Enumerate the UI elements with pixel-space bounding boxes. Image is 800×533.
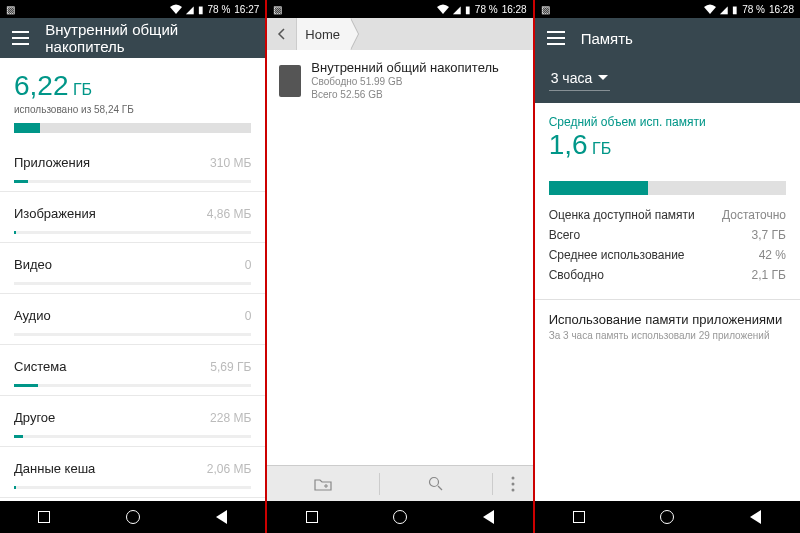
- breadcrumb-bar: Home: [267, 18, 532, 50]
- category-value: 4,86 МБ: [207, 207, 252, 221]
- status-bar: ▧ ◢ ▮ 78 % 16:28: [535, 0, 800, 18]
- menu-icon[interactable]: [547, 31, 565, 45]
- file-toolbar: [267, 465, 532, 501]
- nav-home-button[interactable]: [647, 501, 687, 533]
- notification-icon: ▧: [6, 4, 15, 15]
- wifi-icon: [704, 4, 716, 14]
- page-title: Память: [581, 30, 633, 47]
- battery-text: 78 %: [742, 4, 765, 15]
- file-panel: ▧ ◢ ▮ 78 % 16:28 Home Внутренний общий н…: [267, 0, 532, 533]
- nav-recent-button[interactable]: [292, 501, 332, 533]
- storage-item-title: Внутренний общий накопитель: [311, 60, 520, 75]
- signal-icon: ◢: [720, 4, 728, 15]
- page-title: Внутренний общий накопитель: [45, 21, 253, 55]
- stat-row: Свободно2,1 ГБ: [549, 265, 786, 285]
- memory-progress-fill: [549, 181, 649, 195]
- category-value: 2,06 МБ: [207, 462, 252, 476]
- status-bar: ▧ ◢ ▮ 78 % 16:27: [0, 0, 265, 18]
- category-value: 0: [245, 309, 252, 323]
- memory-progress: [549, 181, 786, 195]
- chevron-down-icon: [598, 75, 608, 81]
- nav-recent-button[interactable]: [559, 501, 599, 533]
- clock-text: 16:28: [769, 4, 794, 15]
- stat-row: Среднее использование42 %: [549, 245, 786, 265]
- time-range-row: 3 часа: [535, 58, 800, 103]
- storage-item-total: Всего 52.56 GB: [311, 88, 520, 101]
- category-row[interactable]: Приложения310 МБ: [0, 141, 265, 192]
- stat-label: Свободно: [549, 268, 604, 282]
- svg-point-0: [429, 477, 438, 486]
- stat-value: Достаточно: [722, 208, 786, 222]
- category-value: 310 МБ: [210, 156, 251, 170]
- search-button[interactable]: [380, 476, 492, 492]
- svg-point-3: [511, 482, 514, 485]
- new-folder-button[interactable]: [267, 477, 379, 491]
- category-row[interactable]: Изображения4,86 МБ: [0, 192, 265, 243]
- used-unit: ГБ: [73, 81, 92, 98]
- stat-value: 42 %: [759, 248, 786, 262]
- category-row[interactable]: Видео0: [0, 243, 265, 294]
- category-label: Приложения: [14, 155, 90, 170]
- category-bar: [14, 180, 251, 183]
- storage-item[interactable]: Внутренний общий накопитель Свободно 51.…: [267, 50, 532, 111]
- battery-icon: ▮: [732, 4, 738, 15]
- category-bar: [14, 435, 251, 438]
- category-row[interactable]: Аудио0: [0, 294, 265, 345]
- stat-label: Среднее использование: [549, 248, 685, 262]
- nav-bar: [535, 501, 800, 533]
- category-label: Видео: [14, 257, 52, 272]
- breadcrumb-back-button[interactable]: [267, 18, 297, 50]
- category-row[interactable]: Данные кеша2,06 МБ: [0, 447, 265, 498]
- stat-label: Всего: [549, 228, 580, 242]
- stat-value: 2,1 ГБ: [752, 268, 786, 282]
- memory-stats: Оценка доступной памятиДостаточноВсего3,…: [535, 195, 800, 300]
- stat-label: Оценка доступной памяти: [549, 208, 695, 222]
- nav-bar: [267, 501, 532, 533]
- phone-storage-icon: [279, 65, 301, 97]
- storage-item-free: Свободно 51.99 GB: [311, 75, 520, 88]
- category-label: Данные кеша: [14, 461, 95, 476]
- breadcrumb-home[interactable]: Home: [297, 18, 350, 50]
- memory-apps-title: Использование памяти приложениями: [549, 312, 786, 327]
- stat-row: Всего3,7 ГБ: [549, 225, 786, 245]
- category-row[interactable]: Система5,69 ГБ: [0, 345, 265, 396]
- file-content: Внутренний общий накопитель Свободно 51.…: [267, 50, 532, 465]
- overflow-menu-button[interactable]: [493, 476, 533, 492]
- category-value: 5,69 ГБ: [210, 360, 251, 374]
- nav-home-button[interactable]: [380, 501, 420, 533]
- clock-text: 16:28: [502, 4, 527, 15]
- battery-icon: ▮: [465, 4, 471, 15]
- storage-panel: ▧ ◢ ▮ 78 % 16:27 Внутренний общий накопи…: [0, 0, 265, 533]
- used-value: 6,22: [14, 70, 69, 101]
- battery-text: 78 %: [208, 4, 231, 15]
- toolbar: Внутренний общий накопитель: [0, 18, 265, 58]
- notification-icon: ▧: [273, 4, 282, 15]
- category-bar: [14, 282, 251, 285]
- memory-content: Средний объем исп. памяти 1,6 ГБ Оценка …: [535, 103, 800, 501]
- nav-bar: [0, 501, 265, 533]
- clock-text: 16:27: [234, 4, 259, 15]
- nav-home-button[interactable]: [113, 501, 153, 533]
- avg-unit: ГБ: [592, 140, 611, 157]
- notification-icon: ▧: [541, 4, 550, 15]
- category-label: Другое: [14, 410, 55, 425]
- storage-content: 6,22 ГБ использовано из 58,24 ГБ Приложе…: [0, 58, 265, 501]
- storage-progress-fill: [14, 123, 40, 133]
- nav-recent-button[interactable]: [24, 501, 64, 533]
- battery-icon: ▮: [198, 4, 204, 15]
- nav-back-button[interactable]: [201, 501, 241, 533]
- nav-back-button[interactable]: [468, 501, 508, 533]
- memory-apps-row[interactable]: Использование памяти приложениями За 3 ч…: [535, 300, 800, 353]
- wifi-icon: [437, 4, 449, 14]
- category-row[interactable]: Другое228 МБ: [0, 396, 265, 447]
- menu-icon[interactable]: [12, 31, 29, 45]
- svg-point-4: [511, 488, 514, 491]
- time-range-dropdown[interactable]: 3 часа: [549, 66, 611, 91]
- nav-back-button[interactable]: [736, 501, 776, 533]
- storage-progress: [14, 123, 251, 133]
- time-range-label: 3 часа: [551, 70, 593, 86]
- category-value: 0: [245, 258, 252, 272]
- avg-value: 1,6: [549, 129, 588, 160]
- svg-point-2: [511, 476, 514, 479]
- memory-panel: ▧ ◢ ▮ 78 % 16:28 Память 3 часа Средний о…: [535, 0, 800, 533]
